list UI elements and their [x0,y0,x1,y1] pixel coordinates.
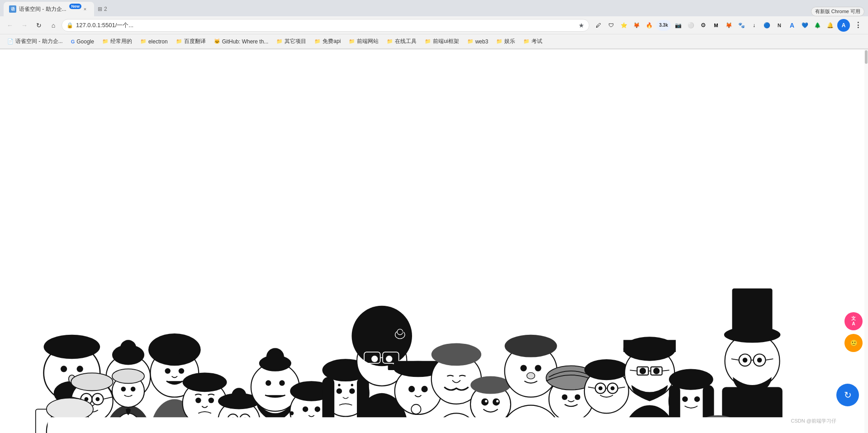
baidu-icon: 📁 [176,38,182,44]
svg-point-70 [289,411,294,415]
bookmark-yuque[interactable]: 📄 语雀空间 - 助力企... [4,37,66,46]
address-text: 127.0.0.1:5501/一个... [76,21,576,29]
ext-blue2-icon[interactable]: 💙 [799,20,810,31]
svg-point-7 [44,335,100,359]
browser-chrome: 语 语雀空间 - 助力企... New × ⊞ 2 有新版 Chrome 可用 … [0,0,868,49]
bookmark-google[interactable]: G Google [67,38,98,46]
emoji-button[interactable]: 🙂 [844,334,863,352]
translate-button[interactable]: 文A [844,312,863,330]
tab-counter[interactable]: ⊞ 2 [94,2,111,16]
bookmarks-bar: 📄 语雀空间 - 助力企... G Google 📁 经常用的 📁 electr… [0,34,868,49]
right-floating-buttons: 文A 🙂 [844,312,863,352]
active-tab[interactable]: 语 语雀空间 - 助力企... New × [4,2,94,16]
folder-ui-icon: 📁 [425,38,431,44]
forward-button[interactable]: → [18,19,31,32]
bookmark-exam[interactable]: 📁 考试 [520,37,546,46]
refresh-circle-button[interactable]: ↻ [836,384,859,406]
ext-moji-icon[interactable]: 🖊 [593,20,604,31]
back-button[interactable]: ← [4,19,16,32]
svg-point-48 [195,398,201,403]
tab-close-btn[interactable]: × [81,5,89,13]
svg-point-28 [131,387,136,392]
translate-icon: 文A [851,316,856,327]
bookmark-yuque-label: 语雀空间 - 助力企... [15,38,63,45]
svg-point-38 [95,397,100,401]
svg-point-94 [397,329,403,334]
page-content: 文A 🙂 ↻ CSDN @前端学习仔 [0,49,868,433]
bookmark-frontend[interactable]: 📁 前端网站 [345,37,382,46]
ext-bell-icon[interactable]: 🔔 [825,20,835,31]
crowd-svg [0,184,868,433]
svg-point-82 [351,384,353,386]
svg-point-164 [743,358,748,363]
ext-down-icon[interactable]: ↓ [749,20,759,31]
bookmark-free-api[interactable]: 📁 免费api [311,37,344,46]
ext-shield-icon[interactable]: 🛡 [606,20,617,31]
reload-button[interactable]: ↻ [33,19,45,32]
ext-fox2-icon[interactable]: 🦊 [723,20,734,31]
github-icon: 🐱 [214,38,220,44]
bookmark-tools-label: 在线工具 [395,38,417,45]
bookmark-ui-framework[interactable]: 📁 前端ui框架 [421,37,462,46]
svg-point-80 [349,388,355,394]
bookmark-api-label: 免费api [323,38,341,45]
bookmark-frequently[interactable]: 📁 经常用的 [99,37,136,46]
svg-point-110 [481,399,489,406]
svg-point-128 [584,359,629,380]
ext-counter-badge[interactable]: 3.3k [656,20,671,31]
svg-point-124 [562,395,567,400]
chrome-menu-button[interactable]: ⋮ [852,19,864,32]
svg-point-81 [338,384,340,386]
ext-n-icon[interactable]: N [774,20,785,31]
ext-circle-icon[interactable]: ⚪ [685,20,696,31]
ext-paw-icon[interactable]: 🐾 [736,20,747,31]
folder-other-icon: 📁 [276,38,283,44]
svg-point-153 [682,396,688,402]
ext-tree-icon[interactable]: 🌲 [812,20,823,31]
ext-font-icon[interactable]: A [787,20,797,31]
svg-point-72 [303,406,308,412]
svg-point-47 [183,373,227,392]
svg-point-102 [411,404,421,414]
bookmark-github[interactable]: 🐱 GitHub: Where th... [210,38,272,46]
tab-favicon: 语 [9,5,16,13]
bookmark-web3[interactable]: 📁 web3 [464,38,492,46]
svg-point-154 [694,396,700,402]
bookmark-baidu-translate[interactable]: 📁 百度翻译 [172,37,209,46]
bookmark-other-label: 其它项目 [285,38,306,45]
svg-point-26 [112,369,144,384]
ext-star-icon[interactable]: ⭐ [618,20,629,31]
profile-button[interactable]: A [837,19,850,32]
svg-point-113 [496,400,498,402]
ext-custom-icon[interactable]: ⚙ [698,20,709,31]
svg-point-64 [266,348,284,366]
bookmark-other[interactable]: 📁 其它项目 [273,37,310,46]
vertical-scrollbar[interactable] [864,49,868,433]
ext-mcafe-icon[interactable]: M [711,20,721,31]
bookmark-entertainment[interactable]: 📁 娱乐 [493,37,519,46]
bookmark-tools[interactable]: 📁 在线工具 [383,37,420,46]
svg-point-101 [421,386,427,392]
address-bar[interactable]: 🔒 127.0.0.1:5501/一个... ★ [62,19,589,32]
svg-point-112 [485,400,487,402]
chrome-update-badge[interactable]: 有新版 Chrome 可用 [811,7,864,16]
tab-new-badge: New [69,4,81,9]
svg-point-118 [520,365,526,371]
home-button[interactable]: ⌂ [47,19,60,32]
ext-fox-icon[interactable]: 🦊 [631,20,642,31]
svg-point-165 [757,358,762,363]
bookmark-star-icon[interactable]: ★ [579,22,584,29]
bookmark-electron[interactable]: 📁 electron [137,38,171,46]
tab-counter-value: 2 [104,6,107,12]
folder-api-icon: 📁 [314,38,321,44]
ext-cam-icon[interactable]: 📷 [673,20,683,31]
svg-point-142 [653,368,659,374]
ext-fire-icon[interactable]: 🔥 [644,20,655,31]
ext-blue-icon[interactable]: 🔵 [761,20,772,31]
bookmark-ui-label: 前端ui框架 [433,38,459,45]
refresh-icon: ↻ [844,390,852,400]
svg-point-120 [527,373,535,379]
bookmark-web3-label: web3 [475,38,489,45]
scrollbar-thumb[interactable] [865,50,868,64]
emoji-icon: 🙂 [850,339,858,347]
